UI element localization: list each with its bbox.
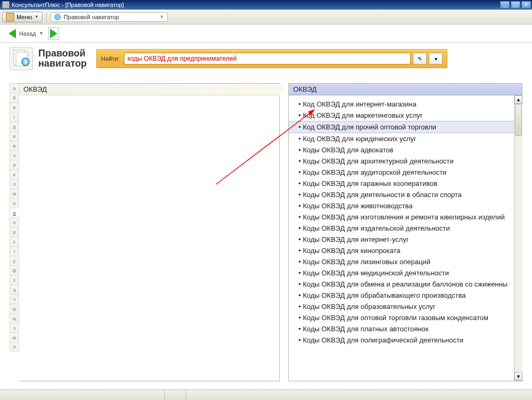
back-arrow-icon[interactable] bbox=[9, 29, 16, 38]
scroll-track[interactable] bbox=[514, 104, 522, 372]
search-clear-button[interactable]: ✎ bbox=[413, 53, 427, 64]
list-item[interactable]: • Коды ОКВЭД для платных автостоянок bbox=[289, 323, 522, 334]
list-item[interactable]: • Коды ОКВЭД для кинопроката bbox=[289, 245, 522, 256]
status-bar bbox=[0, 389, 532, 400]
search-label: Найти: bbox=[101, 55, 119, 62]
list-item[interactable]: • Коды ОКВЭД для полиграфической деятель… bbox=[289, 334, 522, 346]
list-item[interactable]: • Коды ОКВЭД для изготовления и ремонта … bbox=[289, 211, 522, 223]
back-label[interactable]: Назад bbox=[19, 30, 36, 37]
list-item[interactable]: • Коды ОКВЭД для издательской деятельнос… bbox=[289, 223, 522, 234]
alpha-letter[interactable]: п bbox=[10, 217, 19, 227]
alpha-letter[interactable]: ю bbox=[10, 332, 19, 342]
list-item[interactable]: • Код ОКВЭД для интернет-магазина bbox=[289, 99, 522, 110]
forward-button[interactable] bbox=[48, 27, 59, 40]
results-list: • Код ОКВЭД для интернет-магазина• Код О… bbox=[289, 95, 522, 349]
list-item[interactable]: • Код ОКВЭД для юридических услуг bbox=[289, 133, 522, 144]
scroll-thumb[interactable] bbox=[515, 104, 522, 136]
maximize-button[interactable]: ▢ bbox=[511, 1, 520, 9]
page-header: Правовой навигатор Найти: ✎ ▾ bbox=[10, 47, 522, 70]
list-item[interactable]: • Коды ОКВЭД для оптовой торговли газовы… bbox=[289, 312, 522, 323]
alpha-letter[interactable]: в bbox=[10, 102, 19, 112]
list-item[interactable]: • Коды ОКВЭД для деятельности в области … bbox=[289, 189, 522, 200]
alpha-letter[interactable]: о bbox=[10, 208, 19, 217]
window-title: КонсультантПлюс - [Правовой навигатор] bbox=[12, 2, 124, 8]
chevron-down-icon: ▼ bbox=[35, 14, 39, 19]
list-item[interactable]: • Коды ОКВЭД для аудиторской деятельност… bbox=[289, 167, 522, 178]
search-dropdown-button[interactable]: ▾ bbox=[429, 53, 443, 64]
list-item[interactable]: • Коды ОКВЭД для архитектурной деятельно… bbox=[289, 156, 522, 167]
alphabet-index: абвгдежзиклмнопрстуфхцчшщэюя bbox=[10, 83, 19, 381]
search-bar: Найти: ✎ ▾ bbox=[96, 49, 447, 68]
right-panel: ОКВЭД • Код ОКВЭД для интернет-магазина•… bbox=[288, 83, 522, 381]
right-panel-header: ОКВЭД bbox=[289, 84, 522, 95]
left-panel: ОКВЭД bbox=[19, 83, 280, 381]
alpha-letter[interactable]: н bbox=[10, 198, 19, 208]
list-item[interactable]: • Коды ОКВЭД для лизинговых операций bbox=[289, 256, 522, 267]
menu-icon bbox=[6, 13, 14, 21]
tab-label: Правовой навигатор bbox=[64, 14, 119, 20]
back-chevron-icon[interactable]: ▼ bbox=[39, 31, 44, 36]
alpha-letter[interactable]: к bbox=[10, 169, 19, 179]
alpha-letter[interactable]: я bbox=[10, 342, 19, 352]
status-segment bbox=[0, 390, 165, 400]
alpha-letter[interactable]: ш bbox=[10, 304, 19, 313]
list-item[interactable]: • Код ОКВЭД для маркетинговых услуг bbox=[289, 110, 522, 121]
tab-close-button[interactable]: × bbox=[160, 13, 164, 21]
page-title: Правовой навигатор bbox=[38, 48, 87, 69]
left-panel-header: ОКВЭД bbox=[19, 84, 279, 95]
page-title-line1: Правовой bbox=[38, 48, 87, 59]
alpha-letter[interactable]: ф bbox=[10, 265, 19, 275]
list-item[interactable]: • Коды ОКВЭД для гаражных кооперативов bbox=[289, 178, 522, 189]
alpha-letter[interactable]: г bbox=[10, 112, 19, 121]
list-item[interactable]: • Коды ОКВЭД для животноводства bbox=[289, 200, 522, 211]
alpha-letter[interactable]: д bbox=[10, 121, 19, 131]
toolbar: Меню ▼ Правовой навигатор × bbox=[0, 10, 532, 25]
vertical-scrollbar[interactable]: ▲ ▼ bbox=[514, 95, 522, 381]
list-item[interactable]: • Коды ОКВЭД для интернет-услуг bbox=[289, 234, 522, 245]
alpha-letter[interactable]: щ bbox=[10, 313, 19, 323]
left-panel-title: ОКВЭД bbox=[23, 85, 47, 93]
alpha-letter[interactable]: х bbox=[10, 275, 19, 284]
scroll-down-button[interactable]: ▼ bbox=[514, 372, 522, 381]
close-button[interactable]: ✕ bbox=[521, 1, 531, 9]
menu-label: Меню bbox=[16, 14, 32, 20]
app-icon bbox=[2, 1, 10, 9]
alpha-letter[interactable]: ж bbox=[10, 141, 19, 150]
minimize-button[interactable]: _ bbox=[500, 1, 510, 9]
list-item[interactable]: • Коды ОКВЭД для адвокатов bbox=[289, 144, 522, 156]
navigator-large-icon bbox=[10, 47, 33, 70]
search-input[interactable] bbox=[124, 53, 411, 64]
right-panel-title: ОКВЭД bbox=[293, 85, 317, 93]
window-buttons: _ ▢ ✕ bbox=[499, 1, 531, 9]
alpha-letter[interactable]: з bbox=[10, 150, 19, 160]
status-segment bbox=[165, 390, 186, 400]
navigator-icon bbox=[54, 14, 61, 20]
title-bar: КонсультантПлюс - [Правовой навигатор] _… bbox=[0, 0, 532, 10]
alpha-letter[interactable]: е bbox=[10, 131, 19, 141]
panels: абвгдежзиклмнопрстуфхцчшщэюя ОКВЭД ОКВЭД… bbox=[10, 83, 522, 381]
alpha-letter[interactable]: и bbox=[10, 160, 19, 169]
alpha-letter[interactable]: ч bbox=[10, 294, 19, 304]
alpha-letter[interactable]: а bbox=[10, 83, 19, 93]
scroll-up-button[interactable]: ▲ bbox=[514, 95, 522, 104]
list-item[interactable]: • Код ОКВЭД для прочей оптовой торговли bbox=[289, 121, 522, 133]
alpha-letter[interactable]: с bbox=[10, 236, 19, 246]
list-item[interactable]: • Коды ОКВЭД для образовательных услуг bbox=[289, 301, 522, 312]
document-tab[interactable]: Правовой навигатор × bbox=[51, 12, 168, 22]
alpha-letter[interactable]: б bbox=[10, 93, 19, 102]
main-area: Правовой навигатор Найти: ✎ ▾ абвгдежзик… bbox=[0, 43, 532, 386]
forward-arrow-icon bbox=[50, 29, 57, 38]
alpha-letter[interactable]: э bbox=[10, 323, 19, 332]
alpha-letter[interactable]: т bbox=[10, 246, 19, 256]
page-title-line2: навигатор bbox=[38, 59, 87, 69]
alpha-letter[interactable]: л bbox=[10, 179, 19, 189]
toolbar-separator bbox=[46, 12, 47, 22]
alpha-letter[interactable]: р bbox=[10, 227, 19, 236]
menu-button[interactable]: Меню ▼ bbox=[2, 12, 43, 22]
alpha-letter[interactable]: м bbox=[10, 189, 19, 198]
alpha-letter[interactable]: ц bbox=[10, 284, 19, 294]
list-item[interactable]: • Коды ОКВЭД для обмена и реализации бал… bbox=[289, 279, 522, 290]
list-item[interactable]: • Коды ОКВЭД для обрабатывающего произво… bbox=[289, 290, 522, 301]
list-item[interactable]: • Коды ОКВЭД для медицинской деятельност… bbox=[289, 267, 522, 279]
alpha-letter[interactable]: у bbox=[10, 256, 19, 265]
